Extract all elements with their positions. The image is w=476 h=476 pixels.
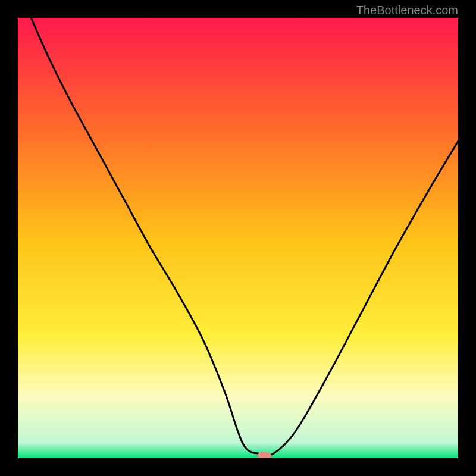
chart-frame	[18, 18, 458, 458]
attribution-label: TheBottleneck.com	[356, 4, 458, 17]
gradient-bg	[18, 18, 458, 458]
bottleneck-chart	[18, 18, 458, 458]
